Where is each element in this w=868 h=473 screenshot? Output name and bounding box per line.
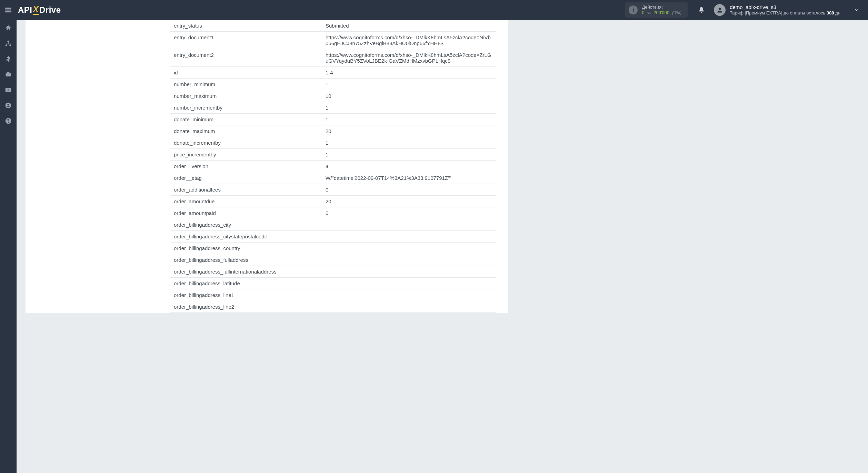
question-circle-icon [5,117,12,124]
data-value [326,219,496,230]
data-key: order_amountpaid [170,207,326,219]
home-icon [5,24,12,31]
hamburger-menu-button[interactable] [0,0,17,20]
data-row: entry_document2https://www.cognitoforms.… [170,49,496,67]
data-key: entry_document2 [170,49,326,66]
actions-value: 0 из 200'000 (0%) [642,10,681,16]
info-icon: i [629,6,638,14]
svg-point-11 [8,122,9,123]
youtube-icon [5,86,12,93]
user-name: demo_apix-drive_s3 [730,4,840,11]
data-row: id1-4 [170,67,496,79]
briefcase-icon [5,71,12,78]
data-key: order__version [170,161,326,172]
data-key: id [170,67,326,78]
data-row: order_billingaddress_fulladdress [170,254,496,266]
svg-point-9 [8,104,9,105]
data-value: 10 [326,90,496,102]
user-icon [716,7,723,13]
sidebar-item-home[interactable] [0,20,17,35]
sidebar-item-account[interactable] [0,97,17,113]
data-key: order_billingaddress_fulladdress [170,254,326,266]
data-key: order_amountdue [170,196,326,207]
data-value [326,266,496,277]
data-row: order__etagW/"datetime'2022-09-07T14%3A2… [170,172,496,184]
data-value: 20 [326,196,496,207]
data-row: order_billingaddress_line1 [170,289,496,301]
hamburger-icon [4,6,12,14]
data-key: number_minimum [170,79,326,90]
data-row: order__version4 [170,161,496,172]
data-value [326,289,496,301]
data-table: entry_statusSubmittedentry_document1http… [170,20,496,313]
data-key: order_billingaddress_citystatepostalcode [170,231,326,242]
data-key: order_billingaddress_country [170,243,326,254]
data-value: Submitted [326,20,496,31]
data-row: order_amountpaid0 [170,207,496,219]
avatar [714,4,726,16]
svg-rect-4 [8,40,9,42]
data-value [326,254,496,266]
topbar: API X Drive i Действия: 0 из 200'000 (0%… [0,0,868,20]
data-key: order_billingaddress_fullinternationalad… [170,266,326,277]
notifications-button[interactable] [695,3,708,17]
data-row: order_additionalfees0 [170,184,496,196]
bell-icon [698,7,705,13]
data-key: number_maximum [170,90,326,102]
data-value: https://www.cognitoforms.com/d/xhso-_DMl… [326,32,496,49]
data-key: order_billingaddress_line1 [170,289,326,301]
data-row: donate_maximum20 [170,125,496,137]
data-key: order__etag [170,172,326,184]
data-key: number_incrementby [170,102,326,113]
data-row: order_billingaddress_fullinternationalad… [170,266,496,278]
sidebar-item-video[interactable] [0,82,17,97]
data-row: donate_minimum1 [170,114,496,125]
data-key: price_incrementby [170,149,326,160]
data-value: 0 [326,184,496,195]
data-key: donate_maximum [170,125,326,137]
logo-text-x: X [33,5,39,15]
sidebar-item-connections[interactable] [0,35,17,51]
sidebar-item-help[interactable] [0,113,17,128]
chevron-down-icon [851,7,862,13]
actions-counter[interactable]: i Действия: 0 из 200'000 (0%) [625,2,688,17]
data-key: entry_status [170,20,326,31]
data-value: 1 [326,149,496,160]
data-value: 4 [326,161,496,172]
data-key: donate_incrementby [170,137,326,148]
data-value [326,243,496,254]
data-key: order_billingaddress_latitude [170,278,326,289]
data-panel: entry_statusSubmittedentry_document1http… [26,20,508,313]
data-row: order_billingaddress_citystatepostalcode [170,231,496,243]
sidebar-item-billing[interactable] [0,51,17,66]
data-row: number_maximum10 [170,90,496,102]
data-row: number_incrementby1 [170,102,496,114]
data-value: 0 [326,207,496,219]
logo-text-drive: Drive [39,5,61,15]
data-value [326,301,496,312]
svg-point-3 [719,8,721,10]
data-row: order_billingaddress_line2 [170,301,496,313]
svg-rect-5 [6,45,7,46]
data-key: order_billingaddress_line2 [170,301,326,312]
user-menu[interactable]: demo_apix-drive_s3 Тариф |Премиум EXTRA|… [711,4,865,16]
sidebar-item-projects[interactable] [0,66,17,82]
main-content: entry_statusSubmittedentry_document1http… [17,20,868,473]
sitemap-icon [5,40,12,47]
sidebar [0,20,17,473]
data-value [326,231,496,242]
actions-label: Действия: [642,4,681,10]
data-key: order_additionalfees [170,184,326,195]
logo-text-api: API [18,5,32,15]
data-row: entry_document1https://www.cognitoforms.… [170,32,496,49]
data-value [326,278,496,289]
user-text: demo_apix-drive_s3 Тариф |Премиум EXTRA|… [730,4,840,16]
data-row: entry_statusSubmitted [170,20,496,32]
logo[interactable]: API X Drive [18,5,61,15]
data-row: order_billingaddress_country [170,243,496,254]
data-row: number_minimum1 [170,79,496,90]
dollar-icon [5,55,12,62]
data-row: price_incrementby1 [170,149,496,161]
data-value: W/"datetime'2022-09-07T14%3A21%3A33.9107… [326,172,496,184]
data-value: https://www.cognitoforms.com/d/xhso-_DMl… [326,49,496,66]
